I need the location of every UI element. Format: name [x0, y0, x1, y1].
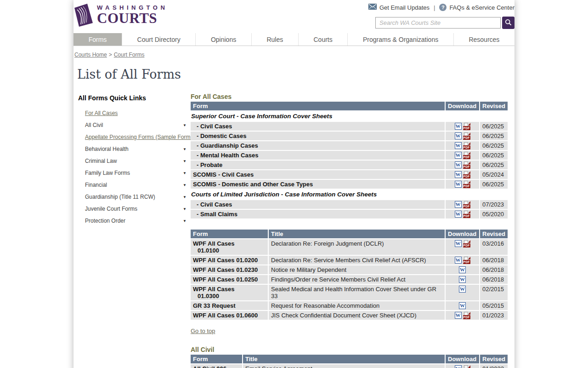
column-header-form: Form — [191, 230, 268, 238]
revised-date: 06/2025 — [479, 160, 508, 169]
page-container: WASHINGTON COURTS Get Email Updates | ? … — [74, 0, 514, 368]
word-icon[interactable]: W — [455, 152, 462, 159]
search-input[interactable] — [375, 17, 501, 29]
form-link[interactable]: - Civil Cases — [193, 201, 442, 208]
sidebar-item-appellate-processing-forms-sample-forms[interactable]: Appellate Processing Forms (Sample Forms… — [78, 131, 188, 143]
sidebar-item-financial[interactable]: Financial▼ — [78, 179, 188, 191]
column-header-title: Title — [268, 230, 445, 238]
form-link[interactable]: SCOMIS - Civil Cases — [193, 171, 442, 178]
faqs-eservice-link[interactable]: FAQs & eService Center — [449, 4, 514, 11]
form-link[interactable]: - Probate — [193, 161, 442, 168]
form-link[interactable]: - Guardianship Cases — [193, 142, 442, 149]
word-icon[interactable]: W — [459, 286, 466, 293]
breadcrumb-court-forms[interactable]: Court Forms — [114, 52, 145, 58]
chevron-down-icon: ▼ — [183, 183, 187, 187]
word-icon[interactable]: W — [455, 123, 462, 130]
breadcrumb-courts-home[interactable]: Courts Home — [74, 52, 107, 58]
word-icon[interactable]: W — [455, 312, 462, 319]
form-link[interactable]: - Mental Health Cases — [193, 152, 442, 159]
form-title: Findings/Order re Service Members Civil … — [268, 274, 445, 284]
pdf-icon[interactable]: PDF — [463, 132, 470, 140]
table-row: WPF All Cases01.0100Declaration Re: Fore… — [191, 238, 508, 255]
sidebar-item-for-all-cases[interactable]: For All Cases — [78, 107, 188, 119]
pdf-icon[interactable]: PDF — [463, 312, 470, 319]
search-button[interactable] — [502, 17, 514, 29]
form-link[interactable]: WPF All Cases 01.0200 — [193, 257, 266, 264]
nav-tab-rules[interactable]: Rules — [252, 33, 299, 46]
form-link[interactable]: All Civil 006 — [193, 365, 240, 368]
sidebar-item-juvenile-court-forms[interactable]: Juvenile Court Forms▼ — [78, 203, 188, 215]
form-link[interactable]: - Domestic Cases — [193, 132, 442, 139]
table-row: - ProbateWPDF06/2025 — [191, 160, 508, 169]
washington-courts-logo[interactable]: WASHINGTON COURTS — [74, 3, 168, 29]
nav-tab-forms[interactable]: Forms — [74, 33, 122, 46]
table-row: Superior Court - Case Information Cover … — [191, 110, 508, 121]
sidebar-item-criminal-law[interactable]: Criminal Law▼ — [78, 155, 188, 167]
form-link[interactable]: SCOMIS - Domestic and Other Case Types — [193, 181, 442, 188]
sidebar-item-guardianship-title-11-rcw[interactable]: Guardianship (Title 11 RCW)▼ — [78, 191, 188, 203]
sidebar-item-label: All Civil — [85, 122, 103, 128]
pdf-icon[interactable]: PDF — [463, 257, 470, 264]
word-icon[interactable]: W — [455, 257, 462, 264]
pdf-icon[interactable]: PDF — [463, 365, 470, 368]
word-icon[interactable]: W — [455, 132, 462, 139]
site-search — [375, 17, 514, 29]
pdf-icon[interactable]: PDF — [463, 123, 470, 130]
go-to-top-link[interactable]: Go to top — [191, 328, 215, 334]
table-row: - Domestic CasesWPDF06/2025 — [191, 131, 508, 140]
pdf-icon[interactable]: PDF — [463, 181, 470, 188]
pdf-icon[interactable]: PDF — [463, 240, 470, 247]
email-icon — [368, 4, 377, 11]
word-icon[interactable]: W — [455, 365, 462, 368]
sidebar-item-behavioral-health[interactable]: Behavioral Health▼ — [78, 143, 188, 155]
form-link[interactable]: GR 33 Request — [193, 302, 266, 309]
form-link[interactable]: WPF All Cases01.0300 — [193, 286, 266, 299]
sidebar-item-all-civil[interactable]: All Civil▼ — [78, 119, 188, 131]
nav-tab-opinions[interactable]: Opinions — [196, 33, 252, 46]
form-link[interactable]: WPF All Cases01.0100 — [193, 240, 266, 254]
pdf-icon[interactable]: PDF — [463, 201, 470, 208]
word-icon[interactable]: W — [455, 181, 462, 188]
form-link[interactable]: WPF All Cases 01.0250 — [193, 276, 266, 283]
download-cell: W — [445, 274, 479, 284]
word-icon[interactable]: W — [455, 211, 462, 218]
column-header-revised: Revised — [479, 102, 508, 110]
word-icon[interactable]: W — [459, 276, 466, 283]
word-icon[interactable]: W — [459, 302, 466, 309]
nav-tab-court-directory[interactable]: Court Directory — [122, 33, 196, 46]
column-header-form: Form — [191, 355, 242, 363]
form-title: Declaration Re: Service Members Civil Re… — [268, 255, 445, 264]
nav-tab-courts[interactable]: Courts — [299, 33, 348, 46]
sidebar-heading: All Forms Quick Links — [78, 94, 188, 102]
pdf-icon[interactable]: PDF — [463, 211, 470, 218]
form-link[interactable]: WPF All Cases 01.0600 — [193, 312, 266, 319]
word-icon[interactable]: W — [455, 201, 462, 208]
word-icon[interactable]: W — [455, 161, 462, 168]
word-icon[interactable]: W — [459, 266, 466, 273]
revised-date: 03/2016 — [479, 238, 508, 255]
form-title: Sealed Medical and Health Information Co… — [268, 284, 445, 300]
pdf-icon[interactable]: PDF — [463, 171, 470, 178]
revised-date: 05/2024 — [479, 169, 508, 179]
form-link[interactable]: WPF All Cases 01.0230 — [193, 266, 266, 273]
revised-date: 01/2022 — [479, 363, 508, 368]
nav-tab-programs-organizations[interactable]: Programs & Organizations — [348, 33, 453, 46]
table-row: - Guardianship CasesWPDF06/2025 — [191, 140, 508, 150]
pdf-icon[interactable]: PDF — [463, 142, 470, 150]
nav-tab-resources[interactable]: Resources — [454, 33, 514, 46]
table-row: WPF All Cases 01.0230Notice re Military … — [191, 264, 508, 274]
pdf-icon[interactable]: PDF — [463, 152, 470, 159]
download-cell: WPDF — [445, 310, 479, 320]
sidebar-item-family-law-forms[interactable]: Family Law Forms▼ — [78, 167, 188, 179]
form-link[interactable]: - Civil Cases — [193, 123, 442, 130]
word-icon[interactable]: W — [455, 171, 462, 178]
word-icon[interactable]: W — [455, 142, 462, 149]
download-cell: W — [445, 284, 479, 300]
sidebar-item-protection-order[interactable]: Protection Order▼ — [78, 215, 188, 227]
word-icon[interactable]: W — [455, 240, 462, 247]
pdf-icon[interactable]: PDF — [463, 161, 470, 169]
get-email-updates-link[interactable]: Get Email Updates — [379, 4, 430, 11]
form-link[interactable]: - Small Claims — [193, 211, 442, 218]
table-row: Courts of Limited Jurisdiction - Case In… — [191, 189, 508, 199]
table-row: WPF All Cases 01.0200Declaration Re: Ser… — [191, 255, 508, 264]
